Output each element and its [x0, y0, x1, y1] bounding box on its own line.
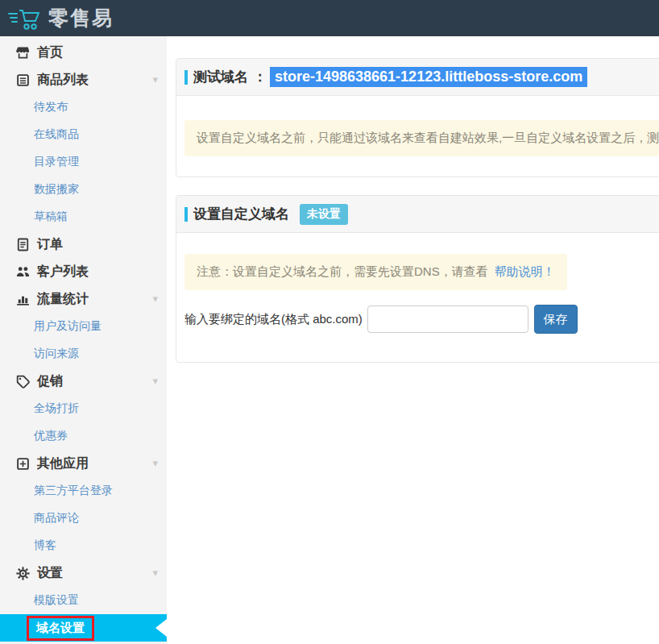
gear-icon — [16, 567, 30, 580]
sidebar-item-label: 访问来源 — [34, 347, 79, 361]
sidebar-item-label: 客户列表 — [37, 264, 89, 280]
not-set-status-badge: 未设置 — [300, 204, 348, 225]
sidebar-item-label: 商品列表 — [37, 72, 89, 89]
title-colon: ： — [253, 68, 267, 86]
dns-notice: 注意：设置自定义域名之前，需要先设置DNS，请查看 帮助说明！ — [184, 254, 567, 290]
sidebar-nav: 首页商品列表▾待发布在线商品目录管理数据搬家草稿箱订单客户列表流量统计▾用户及访… — [0, 36, 167, 644]
sidebar-item-traffic-stats[interactable]: 流量统计▾ — [0, 285, 167, 313]
sidebar-item-label: 其他应用 — [37, 455, 89, 472]
chevron-down-icon: ▾ — [152, 73, 158, 85]
help-doc-link[interactable]: 帮助说明！ — [495, 264, 555, 278]
sidebar-item-label: 模版设置 — [34, 593, 79, 608]
sidebar-item-settings[interactable]: 设置▾ — [0, 559, 167, 587]
sidebar-item-label: 第三方平台登录 — [34, 484, 113, 498]
test-domain-panel: 测试域名 ： store-1498638661-12123.littleboss… — [176, 58, 659, 177]
test-domain-notice: 设置自定义域名之前，只能通过该域名来查看自建站效果,一旦自定义域名设置之后，测试… — [184, 120, 659, 156]
chevron-down-icon: ▾ — [152, 457, 158, 469]
sidebar-item-drafts[interactable]: 草稿箱 — [0, 203, 167, 231]
sidebar-item-label: 全场打折 — [34, 401, 79, 416]
custom-domain-panel: 设置自定义域名 未设置 注意：设置自定义域名之前，需要先设置DNS，请查看 帮助… — [176, 195, 659, 363]
sidebar-item-label: 设置 — [37, 565, 63, 582]
test-domain-panel-header: 测试域名 ： store-1498638661-12123.littleboss… — [176, 59, 659, 96]
sidebar-item-orders[interactable]: 订单 — [0, 231, 167, 258]
chevron-down-icon: ▾ — [152, 293, 158, 305]
domain-input-label: 输入要绑定的域名(格式 abc.com) — [184, 312, 363, 327]
sidebar-item-label: 目录管理 — [34, 155, 79, 169]
sidebar-item-pending-publish[interactable]: 待发布 — [0, 93, 167, 121]
sidebar-item-catalog-management[interactable]: 目录管理 — [0, 148, 167, 176]
main-content: 测试域名 ： store-1498638661-12123.littleboss… — [167, 36, 659, 644]
order-icon — [16, 238, 30, 251]
chart-icon — [16, 293, 30, 306]
app-header: 零售易 — [0, 0, 659, 36]
list-icon — [16, 73, 30, 87]
test-domain-value: store-1498638661-12123.littleboss-store.… — [270, 67, 587, 87]
sidebar-item-label: 博客 — [34, 538, 56, 553]
test-domain-panel-body: 设置自定义域名之前，只能通过该域名来查看自建站效果,一旦自定义域名设置之后，测试… — [176, 96, 659, 177]
custom-domain-panel-header: 设置自定义域名 未设置 — [176, 196, 659, 233]
sidebar-item-home[interactable]: 首页 — [0, 39, 167, 66]
sidebar-item-label: 促销 — [37, 373, 63, 390]
sidebar-item-online-products[interactable]: 在线商品 — [0, 121, 167, 148]
sidebar-item-users-visits[interactable]: 用户及访问量 — [0, 313, 167, 340]
sidebar-item-domain-settings[interactable]: 域名设置 — [0, 614, 167, 642]
custom-domain-panel-body: 注意：设置自定义域名之前，需要先设置DNS，请查看 帮助说明！ 输入要绑定的域名… — [176, 233, 659, 334]
sidebar-item-label: 域名设置 — [27, 616, 94, 641]
cart-logo-icon — [8, 6, 44, 31]
sidebar-item-label: 待发布 — [34, 100, 68, 114]
users-icon — [16, 265, 30, 279]
sidebar-item-other-apps[interactable]: 其他应用▾ — [0, 450, 167, 477]
sidebar-item-customer-list[interactable]: 客户列表 — [0, 258, 167, 285]
sidebar-item-template-settings[interactable]: 模版设置 — [0, 587, 167, 614]
sidebar-item-data-migration[interactable]: 数据搬家 — [0, 176, 167, 203]
brand-title: 零售易 — [48, 5, 114, 31]
sidebar-item-product-reviews[interactable]: 商品评论 — [0, 505, 167, 532]
sidebar-item-label: 数据搬家 — [34, 182, 79, 197]
sidebar-item-label: 优惠券 — [34, 429, 68, 443]
sidebar-item-label: 流量统计 — [37, 291, 89, 308]
sidebar-item-storewide-discount[interactable]: 全场打折 — [0, 395, 167, 422]
sidebar-item-third-party-login[interactable]: 第三方平台登录 — [0, 477, 167, 505]
sidebar-item-label: 订单 — [37, 236, 63, 253]
title-accent-bar — [184, 70, 188, 85]
custom-domain-title: 设置自定义域名 — [193, 205, 289, 223]
title-accent-bar — [184, 207, 188, 222]
chevron-down-icon: ▾ — [152, 567, 158, 579]
sidebar-item-label: 首页 — [37, 44, 63, 61]
plus-square-icon — [16, 457, 30, 471]
sidebar-item-label: 草稿箱 — [34, 210, 68, 224]
sidebar-item-product-list[interactable]: 商品列表▾ — [0, 66, 167, 93]
save-button[interactable]: 保存 — [534, 305, 578, 334]
sidebar-item-label: 用户及访问量 — [34, 319, 102, 334]
domain-input[interactable] — [367, 305, 528, 333]
sidebar-item-coupons[interactable]: 优惠券 — [0, 422, 167, 450]
sidebar-item-label: 商品评论 — [34, 511, 79, 526]
chevron-down-icon: ▾ — [152, 375, 158, 387]
sidebar-item-promotions[interactable]: 促销▾ — [0, 368, 167, 395]
sidebar-item-label: 在线商品 — [34, 127, 79, 142]
tag-icon — [16, 375, 30, 388]
sidebar-item-visit-sources[interactable]: 访问来源 — [0, 340, 167, 368]
bind-domain-form-row: 输入要绑定的域名(格式 abc.com) 保存 — [184, 305, 659, 334]
storefront-icon — [16, 46, 30, 60]
sidebar-item-blog[interactable]: 博客 — [0, 532, 167, 559]
dns-notice-text: 注意：设置自定义域名之前，需要先设置DNS，请查看 — [197, 264, 488, 278]
test-domain-title: 测试域名 — [193, 68, 248, 86]
